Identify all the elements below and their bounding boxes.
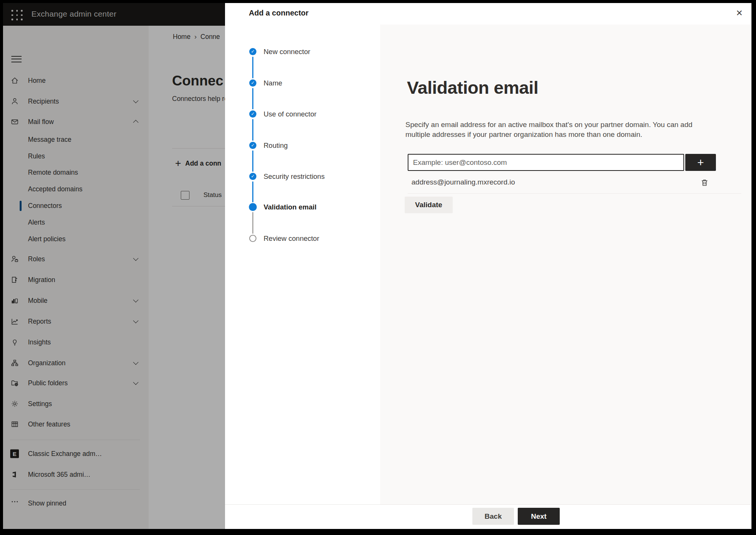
step-label: Name (264, 78, 282, 88)
step-connector-line (252, 181, 253, 202)
email-address-input[interactable] (408, 154, 684, 171)
step-completed-icon (249, 142, 256, 149)
step-completed-icon (249, 79, 256, 87)
step-label: Routing (264, 141, 288, 150)
delete-address-button[interactable] (699, 177, 711, 189)
step-completed-icon (249, 48, 256, 55)
dialog-title: Add a connector (249, 9, 309, 17)
step-label: Review connector (264, 234, 319, 243)
step-label: Security restrictions (264, 172, 324, 181)
wizard-step-security-restrictions[interactable]: Security restrictions (225, 172, 380, 181)
address-value: address@journaling.mxrecord.io (411, 178, 515, 186)
step-description: Specify an email address for an active m… (405, 120, 692, 140)
step-label: New connector (264, 47, 310, 57)
exchange-admin-window: Exchange admin center Home Recipients Ma… (3, 3, 751, 529)
step-label: Use of connector (264, 109, 317, 119)
add-connector-dialog: Add a connector ✕ New connector Name Use… (225, 3, 751, 529)
wizard-step-routing[interactable]: Routing (225, 141, 380, 150)
address-list-item: address@journaling.mxrecord.io (380, 177, 751, 189)
step-label: Validation email (264, 202, 317, 212)
trash-icon (699, 178, 711, 187)
step-current-icon (249, 203, 257, 211)
step-connector-line (252, 212, 253, 234)
dialog-footer: Back Next (225, 504, 751, 529)
wizard-step-name[interactable]: Name (225, 78, 380, 88)
wizard-step-review-connector[interactable]: Review connector (225, 234, 380, 243)
dialog-header: Add a connector ✕ (225, 3, 751, 25)
wizard-step-use-of-connector[interactable]: Use of connector (225, 109, 380, 119)
step-heading: Validation email (407, 77, 538, 98)
step-connector-line (252, 57, 253, 78)
step-connector-line (252, 150, 253, 172)
back-button[interactable]: Back (472, 508, 514, 525)
next-button[interactable]: Next (518, 508, 560, 525)
wizard-steps: New connector Name Use of connector Rout… (225, 25, 380, 505)
validation-email-panel: Validation email Specify an email addres… (380, 25, 751, 505)
step-upcoming-icon (249, 235, 256, 242)
step-connector-line (252, 88, 253, 109)
close-icon[interactable]: ✕ (733, 6, 746, 20)
step-connector-line (252, 119, 253, 141)
wizard-step-new-connector[interactable]: New connector (225, 47, 380, 57)
validate-button[interactable]: Validate (405, 197, 453, 213)
step-completed-icon (249, 110, 256, 118)
step-completed-icon (249, 173, 256, 180)
add-address-button[interactable]: + (685, 154, 716, 171)
wizard-step-validation-email[interactable]: Validation email (225, 202, 380, 212)
section-divider (408, 193, 741, 194)
